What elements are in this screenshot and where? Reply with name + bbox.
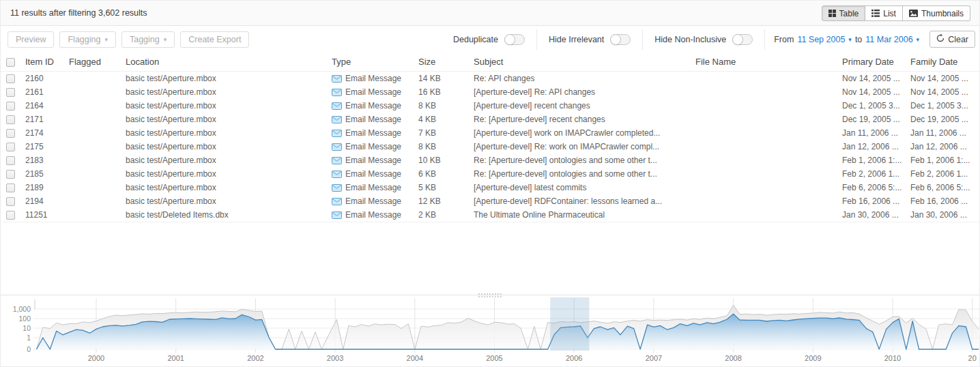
cell-subject: [Aperture-devel] RDFContainer: lessons l… — [474, 194, 695, 208]
row-checkbox[interactable] — [6, 184, 15, 192]
table-row[interactable]: 2174basic test/Aperture.mboxEmail Messag… — [1, 126, 979, 140]
tagging-button[interactable]: Tagging ▾ — [121, 31, 175, 48]
cell-type: Email Message — [332, 167, 418, 181]
email-icon — [332, 184, 342, 192]
column-header-type[interactable]: Type — [332, 57, 418, 67]
table-row[interactable]: 2189basic test/Aperture.mboxEmail Messag… — [1, 181, 979, 194]
cell-subject: [Aperture-devel] latest commits — [474, 181, 695, 194]
email-icon — [332, 211, 342, 219]
cell-family-date: Feb 6, 2006 5:... — [910, 181, 979, 194]
x-axis-tick-label: 2003 — [327, 354, 343, 362]
from-label: From — [774, 35, 794, 44]
cell-family-date: Feb 1, 2006 1:... — [910, 153, 979, 167]
cell-primary-date: Feb 2, 2006 1... — [842, 167, 910, 181]
to-date-dropdown[interactable]: 11 Mar 2006 — [865, 35, 912, 44]
column-header-file-name[interactable]: File Name — [695, 57, 842, 67]
cell-type: Email Message — [332, 113, 418, 126]
row-checkbox[interactable] — [6, 129, 15, 138]
cell-checkbox — [1, 126, 25, 140]
table-row[interactable]: 2160basic test/Aperture.mboxEmail Messag… — [1, 72, 979, 85]
cell-item-id: 2175 — [25, 140, 69, 153]
hide-non-inclusive-toggle[interactable] — [732, 34, 753, 45]
cell-primary-date: Jan 11, 2006 ... — [842, 126, 910, 140]
table-row[interactable]: 11251basic test/Deleted Items.dbxEmail M… — [1, 208, 979, 222]
table-row[interactable]: 2175basic test/Aperture.mboxEmail Messag… — [1, 140, 979, 153]
cell-type: Email Message — [332, 85, 418, 99]
table-row[interactable]: 2171basic test/Aperture.mboxEmail Messag… — [1, 113, 979, 126]
cell-location: basic test/Aperture.mbox — [126, 181, 332, 194]
view-button-list[interactable]: List — [865, 5, 903, 21]
cell-checkbox — [1, 194, 25, 208]
column-header-primary-date[interactable]: Primary Date — [842, 57, 910, 67]
view-button-table[interactable]: Table — [822, 5, 866, 21]
panel-resize-grip-icon[interactable] — [478, 293, 502, 298]
row-checkbox[interactable] — [6, 88, 15, 97]
cell-primary-date: Feb 1, 2006 1:... — [842, 153, 910, 167]
y-axis-tick-label: 0 — [27, 345, 31, 353]
email-icon — [332, 75, 342, 83]
column-header-flagged[interactable]: Flagged — [69, 57, 126, 67]
table-row[interactable]: 2161basic test/Aperture.mboxEmail Messag… — [1, 85, 979, 99]
preview-button[interactable]: Preview — [8, 31, 54, 48]
table-row[interactable]: 2194basic test/Aperture.mboxEmail Messag… — [1, 194, 979, 208]
cell-checkbox — [1, 153, 25, 167]
column-header-item-id[interactable]: Item ID — [25, 57, 69, 67]
create-export-button[interactable]: Create Export — [180, 31, 249, 48]
clear-label: Clear — [948, 35, 968, 44]
list-view-icon — [871, 10, 880, 17]
view-button-label: List — [883, 9, 896, 18]
timeline-selection-brush[interactable] — [550, 297, 589, 351]
cell-family-date: Dec 1, 2005 3... — [910, 99, 979, 113]
cell-checkbox — [1, 85, 25, 99]
type-label: Email Message — [345, 113, 401, 126]
row-checkbox[interactable] — [6, 143, 15, 151]
column-header-location[interactable]: Location — [126, 57, 332, 67]
cell-subject: [Aperture-devel] Re: work on IMAPCrawler… — [474, 140, 695, 153]
cell-subject: Re: [Aperture-devel] ontologies and some… — [474, 167, 695, 181]
deduplicate-toggle[interactable] — [504, 34, 525, 45]
cell-location: basic test/Aperture.mbox — [126, 126, 332, 140]
type-label: Email Message — [345, 153, 401, 167]
column-header-family-date[interactable]: Family Date — [910, 57, 979, 67]
caret-down-icon[interactable]: ▾ — [917, 36, 920, 43]
date-range-filter: From 11 Sep 2005 ▾ to 11 Mar 2006 ▾ — [765, 35, 928, 44]
hide-irrelevant-toggle[interactable] — [610, 34, 631, 45]
view-button-thumbnails[interactable]: Thumbnails — [903, 5, 970, 21]
row-checkbox[interactable] — [6, 115, 15, 124]
timeline-chart[interactable]: 01101001,0002000200120022003200420052006… — [1, 295, 980, 367]
cell-location: basic test/Aperture.mbox — [126, 167, 332, 181]
results-bar: 11 results after filtering 3,602 results… — [1, 1, 979, 26]
column-header-size[interactable]: Size — [418, 57, 474, 67]
email-icon — [332, 143, 342, 151]
results-summary: 11 results after filtering 3,602 results — [10, 8, 147, 18]
select-all-checkbox[interactable] — [6, 58, 15, 67]
select-all-cell — [1, 56, 25, 66]
caret-down-icon[interactable]: ▾ — [848, 36, 852, 43]
cell-subject: [Aperture-devel] work on IMAPCrawler com… — [474, 126, 695, 140]
toggle-knob — [732, 34, 743, 45]
toggle-knob — [610, 34, 621, 45]
cell-location: basic test/Aperture.mbox — [126, 85, 332, 99]
email-icon — [332, 130, 342, 137]
filter-controls: Deduplicate Hide Irrelevant Hide Non-Inc… — [442, 29, 979, 50]
row-checkbox[interactable] — [6, 170, 15, 179]
table-row[interactable]: 2183basic test/Aperture.mboxEmail Messag… — [1, 153, 979, 167]
row-checkbox[interactable] — [6, 211, 15, 220]
email-icon — [332, 171, 342, 178]
column-header-subject[interactable]: Subject — [474, 57, 695, 67]
cell-size: 6 KB — [418, 167, 474, 181]
cell-type: Email Message — [332, 194, 418, 208]
row-checkbox[interactable] — [6, 74, 15, 83]
clear-date-filter-button[interactable]: Clear — [929, 31, 975, 48]
row-checkbox[interactable] — [6, 156, 15, 165]
from-date-dropdown[interactable]: 11 Sep 2005 — [797, 35, 845, 44]
cell-checkbox — [1, 167, 25, 181]
table-row[interactable]: 2185basic test/Aperture.mboxEmail Messag… — [1, 167, 979, 181]
table-row[interactable]: 2164basic test/Aperture.mboxEmail Messag… — [1, 99, 979, 113]
row-checkbox[interactable] — [6, 197, 15, 206]
cell-location: basic test/Aperture.mbox — [126, 140, 332, 153]
row-checkbox[interactable] — [6, 102, 15, 111]
x-axis-tick-label: 20 — [968, 354, 977, 362]
flagging-button[interactable]: Flagging ▾ — [59, 31, 115, 48]
y-axis-tick-label: 10 — [23, 324, 31, 332]
